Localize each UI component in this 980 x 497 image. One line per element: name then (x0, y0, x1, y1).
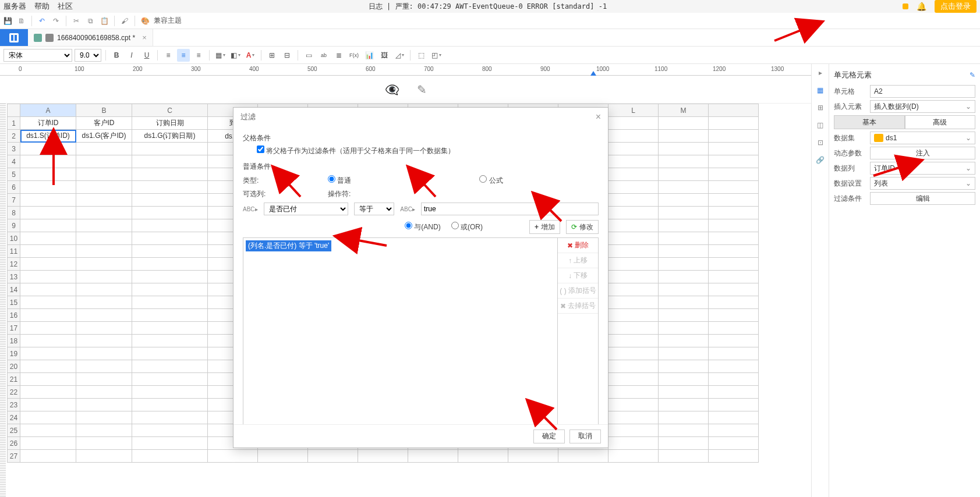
font-select[interactable]: 宋体 (3, 49, 72, 62)
insert-ab-button[interactable]: ab (317, 49, 330, 62)
condition-item[interactable]: (列名.是否已付) 等于 'true' (246, 240, 331, 251)
ok-button[interactable]: 确定 (533, 429, 565, 443)
row-header-23[interactable]: 23 (8, 399, 20, 411)
row-header-27[interactable]: 27 (8, 450, 20, 463)
insert-chart-button[interactable]: 📊 (363, 49, 376, 62)
remparen-button[interactable]: ✖去掉括号 (558, 299, 598, 314)
bgcolor-button[interactable]: ◧ (229, 49, 242, 62)
row-header-10[interactable]: 10 (8, 232, 20, 245)
copy-icon[interactable]: ⧉ (85, 16, 95, 26)
cancel-button[interactable]: 取消 (569, 429, 601, 443)
row-header-11[interactable]: 11 (8, 245, 20, 258)
close-tab-icon[interactable]: × (142, 33, 147, 42)
col-header-M[interactable]: M (659, 104, 709, 117)
row-header-16[interactable]: 16 (8, 309, 20, 322)
tab-basic[interactable]: 基本 (834, 115, 905, 129)
row-header-24[interactable]: 24 (8, 411, 20, 424)
value-input[interactable] (421, 203, 599, 215)
cell-A2[interactable]: ds1.S(订单ID) (20, 130, 76, 143)
border-button[interactable]: ▦ (214, 49, 227, 62)
cell-C2[interactable]: ds1.G(订购日期) (132, 130, 208, 143)
row-header-12[interactable]: 12 (8, 258, 20, 271)
or-radio[interactable]: 或(OR) (451, 222, 483, 232)
hyperlink-icon[interactable]: 🔗 (815, 155, 826, 165)
compat-theme[interactable]: 兼容主题 (154, 16, 182, 26)
bold-button[interactable]: B (110, 49, 123, 62)
merge-button[interactable]: ⊞ (266, 49, 278, 62)
insert-formula-button[interactable]: F(x) (348, 49, 360, 62)
insert-text-button[interactable]: ▭ (302, 49, 315, 62)
expand-icon[interactable]: ◫ (815, 120, 826, 130)
row-header-3[interactable]: 3 (8, 143, 20, 155)
parent-checkbox[interactable] (257, 145, 264, 153)
fontcolor-button[interactable]: A (244, 49, 257, 62)
dialog-close-icon[interactable]: × (596, 112, 601, 122)
theme-icon[interactable]: 🎨 (140, 16, 150, 26)
pencil-icon[interactable]: ✎ (417, 83, 427, 97)
cell-value-input[interactable]: A2 (870, 85, 975, 98)
tab-advanced[interactable]: 高级 (905, 115, 976, 129)
notif-badge[interactable] (903, 3, 908, 9)
movedown-button[interactable]: ↓下移 (558, 268, 598, 283)
row-header-9[interactable]: 9 (8, 219, 20, 232)
row-header-14[interactable]: 14 (8, 283, 20, 296)
cell-A1[interactable]: 订单ID (20, 117, 76, 130)
unmerge-button[interactable]: ⊟ (281, 49, 293, 62)
col-header-C[interactable]: C (132, 104, 208, 117)
row-header-25[interactable]: 25 (8, 424, 20, 437)
align-right-button[interactable]: ≡ (192, 49, 205, 62)
modify-button[interactable]: ⟳ 修改 (566, 220, 599, 234)
redo-icon[interactable]: ↷ (51, 16, 61, 26)
brush-icon[interactable]: 🖌 (119, 16, 130, 26)
insert-subreport-button[interactable]: ⬚ (415, 49, 427, 62)
cond-attr-icon[interactable]: ⊡ (815, 137, 826, 148)
parent-check-row[interactable]: 将父格子作为过滤条件（适用于父子格来自于同一个数据集） (257, 147, 455, 155)
row-header-4[interactable]: 4 (8, 155, 20, 168)
row-header-20[interactable]: 20 (8, 360, 20, 373)
row-header-22[interactable]: 22 (8, 386, 20, 399)
eye-off-icon[interactable]: 👁‍🗨 (385, 83, 399, 97)
row-header-13[interactable]: 13 (8, 271, 20, 283)
and-radio[interactable]: 与(AND) (405, 222, 441, 232)
row-header-19[interactable]: 19 (8, 347, 20, 360)
row-header-21[interactable]: 21 (8, 373, 20, 386)
cell-attr-icon[interactable]: ⊞ (815, 102, 826, 113)
delete-button[interactable]: ✖删除 (558, 238, 598, 253)
add-button[interactable]: + 增加 (529, 220, 560, 234)
datasetting-select[interactable]: 列表 (870, 177, 975, 190)
collapse-icon[interactable]: ▸ (815, 68, 826, 78)
insert-slope-button[interactable]: ◿ (393, 49, 406, 62)
saveas-icon[interactable]: 🗎 (16, 16, 27, 26)
cell-element-icon[interactable]: ▦ (815, 85, 826, 95)
type-formula-radio[interactable]: 公式 (479, 175, 503, 186)
paste-icon[interactable]: 📋 (99, 16, 109, 26)
insert-num-button[interactable]: ≣ (332, 49, 345, 62)
pin-icon[interactable]: ✎ (970, 71, 975, 79)
col-header-B[interactable]: B (76, 104, 132, 117)
insert-element-select[interactable]: 插入数据列(D) (870, 100, 975, 113)
save-icon[interactable]: 💾 (2, 16, 13, 26)
col-header-L[interactable]: L (608, 104, 659, 117)
float-button[interactable]: ◰ (430, 49, 443, 62)
undo-icon[interactable]: ↶ (37, 16, 47, 26)
inject-button[interactable]: 注入 (870, 147, 975, 159)
addparen-button[interactable]: ( )添加括号 (558, 283, 598, 299)
row-header-6[interactable]: 6 (8, 181, 20, 194)
cell-B1[interactable]: 客户ID (76, 117, 132, 130)
cell-C1[interactable]: 订购日期 (132, 117, 208, 130)
column-select[interactable]: 是否已付 (264, 203, 349, 215)
italic-button[interactable]: I (125, 49, 138, 62)
cut-icon[interactable]: ✂ (71, 16, 82, 26)
ruler-marker[interactable] (590, 71, 596, 76)
insert-image-button[interactable]: 🖼 (378, 49, 391, 62)
menu-help[interactable]: 帮助 (34, 1, 49, 12)
row-header-7[interactable]: 7 (8, 194, 20, 207)
underline-button[interactable]: U (140, 49, 153, 62)
menu-community[interactable]: 社区 (58, 1, 73, 12)
align-left-button[interactable]: ≡ (162, 49, 175, 62)
file-tab[interactable]: 1668400906169858.cpt * × (28, 29, 153, 46)
col-header-A[interactable]: A (20, 104, 76, 117)
row-header-8[interactable]: 8 (8, 207, 20, 219)
cell-B2[interactable]: ds1.G(客户ID) (76, 130, 132, 143)
row-header-17[interactable]: 17 (8, 322, 20, 335)
